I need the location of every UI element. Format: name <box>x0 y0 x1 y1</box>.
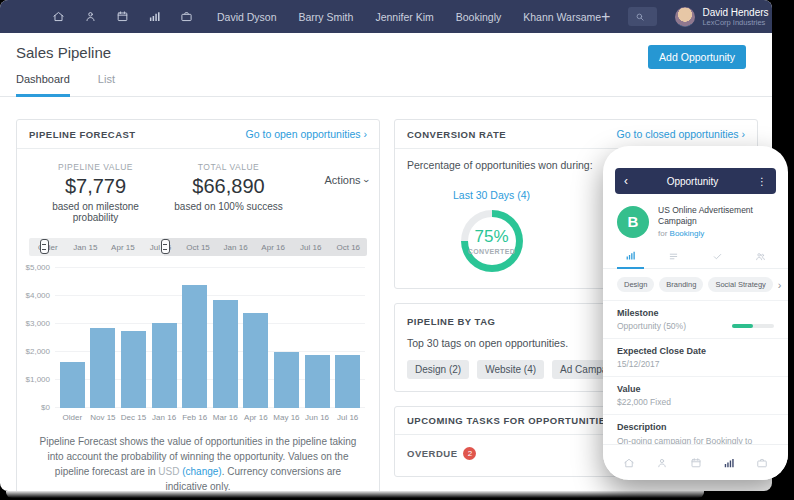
nav-link-david-dyson[interactable]: David Dyson <box>217 11 277 23</box>
briefcase-icon[interactable] <box>180 10 193 23</box>
pipeline-forecast-footnote: Pipeline Forecast shows the value of opp… <box>37 434 359 491</box>
client-link[interactable]: Bookingly <box>670 229 705 238</box>
phone-tag-pill-branding[interactable]: Branding <box>659 277 703 292</box>
gridline <box>55 295 365 296</box>
search-box[interactable] <box>628 7 657 26</box>
tag-pill-website-4[interactable]: Website (4) <box>477 360 544 379</box>
tag-pill-design-2[interactable]: Design (2) <box>407 360 469 379</box>
bar-dec-15[interactable] <box>121 331 146 408</box>
stats-icon[interactable] <box>723 457 735 469</box>
opportunity-client-line: for Bookingly <box>658 229 774 238</box>
total-value: $66,890 <box>162 175 295 198</box>
x-tick-apr-16: Apr 16 <box>241 413 272 422</box>
conversion-rate-header: CONVERSION RATE Go to closed opportuniti… <box>395 120 757 149</box>
bar-older[interactable] <box>60 362 85 408</box>
opportunity-title: US Online Advertisement Campaign <box>658 205 774 227</box>
y-tick-4-000: $4,000 <box>26 291 50 300</box>
change-currency-link[interactable]: (change) <box>182 466 221 477</box>
window-shadow <box>6 491 704 498</box>
milestone-label: Milestone <box>617 308 774 318</box>
calendar-icon[interactable] <box>116 10 129 23</box>
phone-tab-list[interactable] <box>660 248 687 268</box>
slider-label-jan-15: Jan 15 <box>67 243 105 252</box>
user-org: LexCorp Industries <box>702 18 768 27</box>
bar-nov-15[interactable] <box>90 328 115 408</box>
chevron-right-icon[interactable]: › <box>778 279 782 291</box>
milestone-value: Opportunity (50%) <box>617 321 686 331</box>
bar-may-16[interactable] <box>274 352 299 408</box>
home-icon[interactable] <box>52 10 65 23</box>
phone-tag-pill-design[interactable]: Design <box>617 277 654 292</box>
x-tick-nov-15: Nov 15 <box>88 413 119 422</box>
donut-chart-30-days: 75% CONVERTED <box>461 210 523 272</box>
milestone-progress-fill <box>732 324 753 328</box>
nav-link-bookingly[interactable]: Bookingly <box>456 11 502 23</box>
expected-close-value: 15/12/2017 <box>617 359 774 369</box>
donut-percent: 75% <box>474 227 508 247</box>
closed-opportunities-link[interactable]: Go to closed opportunities › <box>617 128 745 140</box>
bar-cell <box>210 300 241 408</box>
pipeline-values-row: PIPELINE VALUE $7,779 based on milestone… <box>17 149 379 223</box>
pipeline-value: $7,779 <box>29 175 162 198</box>
phone-tab-users[interactable] <box>747 248 774 268</box>
tab-bar: Dashboard List <box>0 73 772 97</box>
bar-mar-16[interactable] <box>213 300 238 408</box>
slider-handle-left[interactable] <box>40 239 49 254</box>
tab-list[interactable]: List <box>98 73 115 96</box>
user-profile-menu[interactable]: David Henders LexCorp Industries › <box>675 7 772 27</box>
phone-tag-row: › DesignBrandingSocial Strategy <box>603 269 788 301</box>
chart-main: OlderNov 15Dec 15Jan 16Feb 16Mar 16Apr 1… <box>55 268 365 422</box>
pipeline-value-sub: based on milestone probability <box>29 201 162 223</box>
timeline-range-slider[interactable]: OlderJan 15Apr 15Jul 15Oct 15Jan 16Apr 1… <box>29 238 367 256</box>
phone-bottom-nav <box>603 444 788 480</box>
donut-caption: CONVERTED <box>468 248 516 255</box>
bar-jan-16[interactable] <box>152 323 177 408</box>
bar-cell <box>302 355 333 408</box>
calendar-icon[interactable] <box>690 457 702 469</box>
slider-label-apr-15: Apr 15 <box>104 243 142 252</box>
bar-apr-16[interactable] <box>243 313 268 408</box>
last-30-days-link[interactable]: Last 30 Days (4) <box>453 189 530 201</box>
home-icon[interactable] <box>623 457 635 469</box>
conversion-rate-title: CONVERSION RATE <box>407 129 506 140</box>
bar-jul-16[interactable] <box>335 355 360 408</box>
description-label: Description <box>617 422 774 432</box>
open-opportunities-link[interactable]: Go to open opportunities › <box>246 128 367 140</box>
phone-title: Opportunity <box>628 176 757 187</box>
briefcase-icon[interactable] <box>756 457 768 469</box>
mobile-opportunity-card: ‹ Opportunity ⋮ B US Online Advertisemen… <box>603 146 788 480</box>
milestone-progress <box>732 324 774 328</box>
bar-cell <box>118 331 149 408</box>
slider-label-oct-16: Oct 16 <box>330 243 368 252</box>
pipeline-value-block: PIPELINE VALUE $7,779 based on milestone… <box>29 162 162 223</box>
chevron-down-icon: › <box>360 179 370 182</box>
slider-label-oct-15: Oct 15 <box>179 243 217 252</box>
nav-link-khann-warsame[interactable]: Khann Warsame <box>523 11 601 23</box>
user-icon[interactable] <box>84 10 97 23</box>
avatar <box>675 7 695 27</box>
pipeline-value-label: PIPELINE VALUE <box>29 162 162 172</box>
bar-cell <box>332 355 363 408</box>
phone-tab-check[interactable] <box>704 248 731 268</box>
phone-tab-stats[interactable] <box>617 247 644 269</box>
total-value-label: TOTAL VALUE <box>162 162 295 172</box>
add-new-icon[interactable]: + <box>601 9 610 25</box>
add-opportunity-button[interactable]: Add Opportunity <box>648 45 746 69</box>
search-icon <box>635 12 645 22</box>
tab-dashboard[interactable]: Dashboard <box>16 73 70 97</box>
bar-cell <box>179 285 210 408</box>
bar-jun-16[interactable] <box>305 355 330 408</box>
kebab-menu-icon[interactable]: ⋮ <box>757 176 767 187</box>
actions-dropdown[interactable]: Actions › <box>295 162 367 223</box>
bar-feb-16[interactable] <box>182 285 207 408</box>
x-tick-jan-16: Jan 16 <box>149 413 180 422</box>
nav-link-jennifer-kim[interactable]: Jennifer Kim <box>375 11 433 23</box>
x-tick-mar-16: Mar 16 <box>210 413 241 422</box>
nav-link-barry-smith[interactable]: Barry Smith <box>299 11 354 23</box>
slider-handle-right[interactable] <box>161 239 170 254</box>
overdue-count-badge[interactable]: 2 <box>463 447 476 460</box>
stats-icon[interactable] <box>148 10 161 23</box>
milestone-row: Milestone Opportunity (50%) <box>603 301 788 339</box>
user-icon[interactable] <box>656 457 668 469</box>
phone-tag-pill-social-strategy[interactable]: Social Strategy <box>708 277 772 292</box>
